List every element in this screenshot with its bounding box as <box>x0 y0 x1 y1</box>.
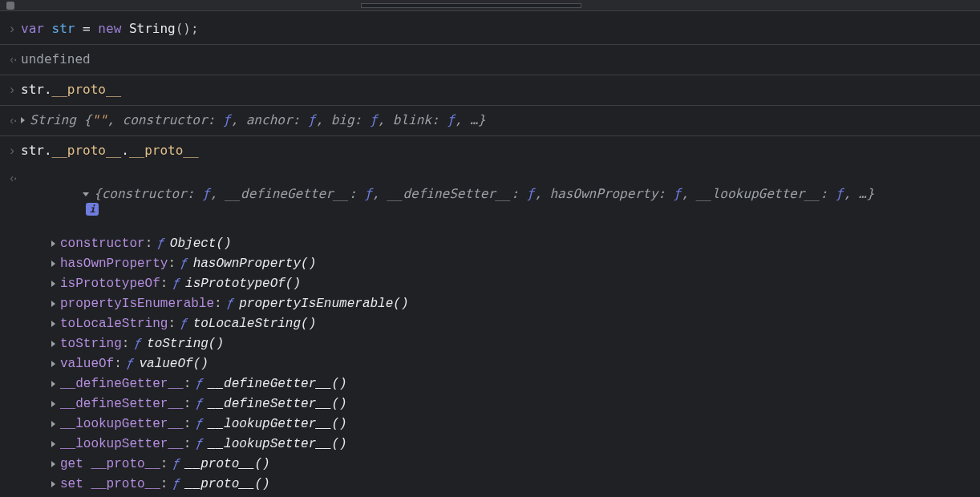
property-row[interactable]: isPrototypeOf:ƒisPrototypeOf() <box>51 273 977 293</box>
expand-triangle-icon[interactable] <box>51 261 55 267</box>
property-row[interactable]: __lookupGetter__:ƒ__lookupGetter__() <box>51 414 977 434</box>
console-input-row[interactable]: str.__proto__ <box>0 75 980 106</box>
property-key: toLocaleString <box>60 317 168 331</box>
output-chevron-icon <box>3 171 21 186</box>
property-value: valueOf() <box>139 357 208 371</box>
devtools-toolbar <box>0 0 980 11</box>
console-input-row[interactable]: var str = new String(); <box>0 14 980 45</box>
property-row[interactable]: __defineSetter__:ƒ__defineSetter__() <box>51 394 977 414</box>
expand-triangle-icon[interactable] <box>51 321 55 327</box>
property-value: __proto__() <box>185 457 270 471</box>
function-symbol: ƒ <box>127 357 135 371</box>
object-summary[interactable]: {constructor: ƒ, __defineGetter__: ƒ, __… <box>21 171 977 232</box>
property-row[interactable]: toLocaleString:ƒtoLocaleString() <box>51 313 977 333</box>
property-key: hasOwnProperty <box>60 257 168 271</box>
property-value: hasOwnProperty() <box>193 257 317 271</box>
function-symbol: ƒ <box>180 257 188 271</box>
property-key: constructor <box>60 236 145 251</box>
output-chevron-icon <box>3 50 21 70</box>
function-symbol: ƒ <box>134 337 142 351</box>
property-row[interactable]: set __proto__:ƒ__proto__() <box>51 474 977 494</box>
property-key: __defineGetter__ <box>60 377 184 391</box>
property-row[interactable]: toString:ƒtoString() <box>51 333 977 354</box>
property-value: toLocaleString() <box>193 317 317 331</box>
function-symbol: ƒ <box>180 317 188 331</box>
function-symbol: ƒ <box>172 277 180 291</box>
function-symbol: ƒ <box>196 377 204 391</box>
expand-triangle-icon[interactable] <box>51 361 55 367</box>
property-row[interactable]: valueOf:ƒvalueOf() <box>51 354 977 374</box>
function-symbol: ƒ <box>157 236 165 251</box>
expand-triangle-icon[interactable] <box>51 381 55 387</box>
property-key: get __proto__ <box>60 457 160 471</box>
property-key: __defineSetter__ <box>60 397 184 411</box>
function-symbol: ƒ <box>172 457 180 471</box>
property-key: __lookupSetter__ <box>60 437 184 451</box>
console-output-row: undefined <box>0 45 980 75</box>
info-badge-icon[interactable]: i <box>86 203 99 216</box>
expand-triangle-icon[interactable] <box>51 441 55 447</box>
property-key: toString <box>60 337 122 351</box>
toolbar-searchbox[interactable] <box>361 3 581 8</box>
expand-triangle-icon[interactable] <box>51 461 55 467</box>
function-symbol: ƒ <box>196 397 204 411</box>
input-chevron-icon <box>3 141 21 161</box>
expand-triangle-icon[interactable] <box>51 240 55 247</box>
function-symbol: ƒ <box>196 437 204 451</box>
property-value: __lookupGetter__() <box>209 417 347 431</box>
expand-triangle-icon[interactable] <box>51 481 55 487</box>
property-value: Object() <box>170 236 232 251</box>
property-row[interactable]: propertyIsEnumerable:ƒpropertyIsEnumerab… <box>51 293 977 313</box>
property-value: toString() <box>147 337 224 351</box>
property-row[interactable]: constructor:ƒObject() <box>51 233 977 253</box>
expand-triangle-icon[interactable] <box>21 117 25 123</box>
console-output-expanded: {constructor: ƒ, __defineGetter__: ƒ, __… <box>0 166 980 497</box>
console-input-row[interactable]: str.__proto__.__proto__ <box>0 136 980 166</box>
function-symbol: ƒ <box>196 417 204 431</box>
function-symbol: ƒ <box>227 297 235 311</box>
property-key: __lookupGetter__ <box>60 417 184 431</box>
property-row[interactable]: get __proto__:ƒ__proto__() <box>51 454 977 474</box>
object-summary[interactable]: String {"", constructor: ƒ, anchor: ƒ, b… <box>21 111 977 130</box>
property-key: isPrototypeOf <box>60 277 160 291</box>
property-row[interactable]: __lookupSetter__:ƒ__lookupSetter__() <box>51 434 977 454</box>
property-key: set __proto__ <box>60 477 160 491</box>
expand-triangle-icon[interactable] <box>51 301 55 307</box>
inspect-icon[interactable] <box>6 2 14 10</box>
property-value: __proto__() <box>185 477 270 491</box>
property-row[interactable]: hasOwnProperty:ƒhasOwnProperty() <box>51 253 977 273</box>
property-key: propertyIsEnumerable <box>60 297 214 311</box>
input-chevron-icon <box>3 19 21 39</box>
expand-triangle-icon[interactable] <box>51 421 55 427</box>
input-chevron-icon <box>3 80 21 100</box>
collapse-triangle-icon[interactable] <box>83 192 89 196</box>
expand-triangle-icon[interactable] <box>51 401 55 407</box>
expand-triangle-icon[interactable] <box>51 281 55 287</box>
expand-triangle-icon[interactable] <box>51 341 55 347</box>
property-value: __lookupSetter__() <box>209 437 347 451</box>
property-value: __defineSetter__() <box>209 397 347 411</box>
property-value: __defineGetter__() <box>209 377 347 391</box>
property-row[interactable]: __defineGetter__:ƒ__defineGetter__() <box>51 374 977 394</box>
property-key: valueOf <box>60 357 114 371</box>
console-output-row[interactable]: String {"", constructor: ƒ, anchor: ƒ, b… <box>0 106 980 136</box>
undefined-value: undefined <box>21 51 91 67</box>
property-value: propertyIsEnumerable() <box>239 297 408 311</box>
property-list: constructor:ƒObject()hasOwnProperty:ƒhas… <box>3 233 977 494</box>
console-input-text: str.__proto__ <box>21 80 977 99</box>
console-panel: var str = new String(); undefined str.__… <box>0 11 980 497</box>
property-value: isPrototypeOf() <box>185 277 301 291</box>
console-input-text: var str = new String(); <box>21 19 977 38</box>
function-symbol: ƒ <box>172 477 180 491</box>
output-chevron-icon <box>3 111 21 131</box>
console-input-text: str.__proto__.__proto__ <box>21 141 977 160</box>
